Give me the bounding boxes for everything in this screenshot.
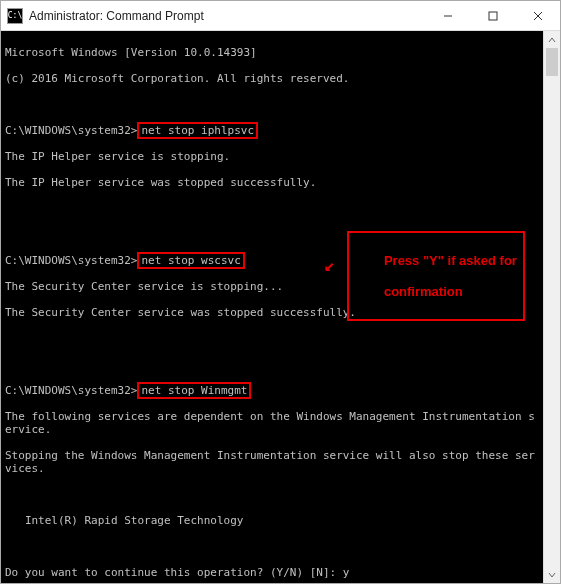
- command-highlight: net stop iphlpsvc: [137, 122, 258, 139]
- console-line: [5, 332, 539, 345]
- annotation-text: Press "Y" if asked for: [384, 253, 517, 268]
- console-line: [5, 202, 539, 215]
- console-line: [5, 488, 539, 501]
- console-line: Do you want to continue this operation? …: [5, 566, 539, 579]
- window-controls: [425, 1, 560, 30]
- window-title: Administrator: Command Prompt: [29, 9, 425, 23]
- command-highlight: net stop Winmgmt: [137, 382, 251, 399]
- console-line: The following services are dependent on …: [5, 410, 539, 436]
- console-line: The IP Helper service was stopped succes…: [5, 176, 539, 189]
- console-line: (c) 2016 Microsoft Corporation. All righ…: [5, 72, 539, 85]
- console-line: Microsoft Windows [Version 10.0.14393]: [5, 46, 539, 59]
- close-button[interactable]: [515, 1, 560, 30]
- titlebar[interactable]: C:\ Administrator: Command Prompt: [1, 1, 560, 31]
- scroll-down-button[interactable]: [544, 566, 560, 583]
- scroll-thumb[interactable]: [546, 48, 558, 76]
- command-highlight: net stop wscsvc: [137, 252, 244, 269]
- console-output[interactable]: Microsoft Windows [Version 10.0.14393] (…: [1, 31, 543, 583]
- scroll-up-button[interactable]: [544, 31, 560, 48]
- console-line: C:\WINDOWS\system32>net stop Winmgmt: [5, 384, 539, 397]
- minimize-button[interactable]: [425, 1, 470, 30]
- svg-rect-1: [489, 12, 497, 20]
- console-line: [5, 98, 539, 111]
- console-line: [5, 540, 539, 553]
- cmd-window: C:\ Administrator: Command Prompt Micros…: [0, 0, 561, 584]
- cmd-icon: C:\: [7, 8, 23, 24]
- client-area: Microsoft Windows [Version 10.0.14393] (…: [1, 31, 560, 583]
- console-line: The IP Helper service is stopping.: [5, 150, 539, 163]
- scroll-track[interactable]: [544, 48, 560, 566]
- maximize-button[interactable]: [470, 1, 515, 30]
- annotation-text: confirmation: [384, 284, 463, 299]
- annotation-arrow-icon: ↙: [324, 256, 335, 274]
- confirm-answer: y: [343, 566, 350, 579]
- console-line: C:\WINDOWS\system32>net stop iphlpsvc: [5, 124, 539, 137]
- prompt: C:\WINDOWS\system32>: [5, 124, 137, 137]
- confirm-prompt: Do you want to continue this operation? …: [5, 566, 343, 579]
- console-line: Intel(R) Rapid Storage Technology: [5, 514, 539, 527]
- prompt: C:\WINDOWS\system32>: [5, 384, 137, 397]
- console-line: [5, 358, 539, 371]
- prompt: C:\WINDOWS\system32>: [5, 254, 137, 267]
- console-line: Stopping the Windows Management Instrume…: [5, 449, 539, 475]
- vertical-scrollbar[interactable]: [543, 31, 560, 583]
- annotation-callout: Press "Y" if asked for confirmation: [347, 231, 525, 321]
